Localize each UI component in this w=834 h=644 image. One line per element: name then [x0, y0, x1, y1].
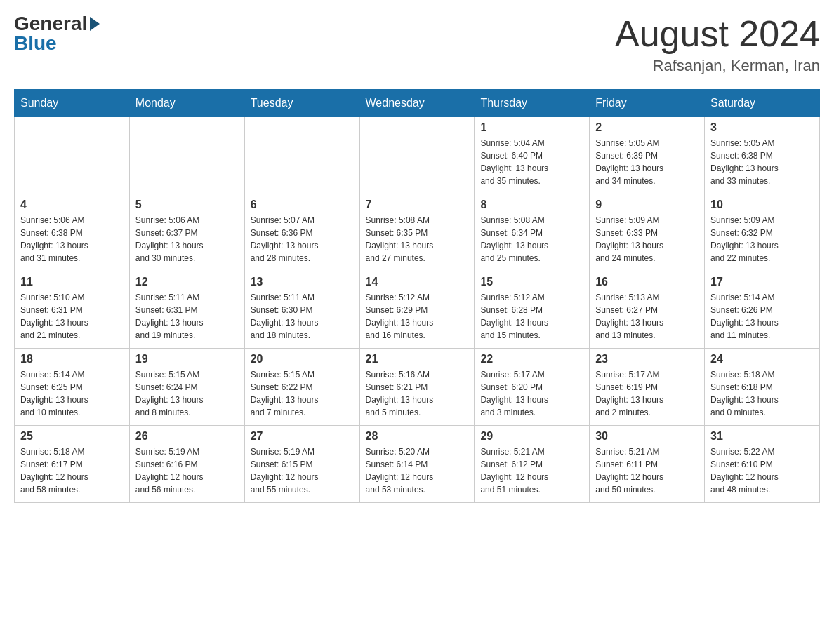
- table-row: 27Sunrise: 5:19 AM Sunset: 6:15 PM Dayli…: [244, 426, 359, 503]
- day-info: Sunrise: 5:19 AM Sunset: 6:15 PM Dayligh…: [251, 445, 354, 496]
- calendar-week-row: 11Sunrise: 5:10 AM Sunset: 6:31 PM Dayli…: [15, 271, 820, 349]
- title-block: August 2024 Rafsanjan, Kerman, Iran: [615, 14, 820, 75]
- month-title: August 2024: [615, 14, 820, 54]
- day-number: 23: [595, 353, 699, 365]
- day-number: 12: [135, 276, 239, 288]
- calendar-header-row: Sunday Monday Tuesday Wednesday Thursday…: [15, 90, 820, 117]
- day-info: Sunrise: 5:18 AM Sunset: 6:17 PM Dayligh…: [20, 445, 124, 496]
- day-number: 5: [135, 199, 239, 211]
- table-row: 29Sunrise: 5:21 AM Sunset: 6:12 PM Dayli…: [475, 426, 590, 503]
- page-header: General Blue August 2024 Rafsanjan, Kerm…: [14, 14, 820, 75]
- day-info: Sunrise: 5:22 AM Sunset: 6:10 PM Dayligh…: [710, 445, 814, 496]
- table-row: 9Sunrise: 5:09 AM Sunset: 6:33 PM Daylig…: [590, 194, 705, 271]
- table-row: 24Sunrise: 5:18 AM Sunset: 6:18 PM Dayli…: [705, 349, 820, 426]
- table-row: 1Sunrise: 5:04 AM Sunset: 6:40 PM Daylig…: [475, 117, 590, 194]
- calendar-table: Sunday Monday Tuesday Wednesday Thursday…: [14, 89, 820, 503]
- location-subtitle: Rafsanjan, Kerman, Iran: [615, 57, 820, 75]
- day-info: Sunrise: 5:15 AM Sunset: 6:22 PM Dayligh…: [251, 368, 354, 419]
- day-info: Sunrise: 5:09 AM Sunset: 6:32 PM Dayligh…: [710, 214, 814, 264]
- day-info: Sunrise: 5:19 AM Sunset: 6:16 PM Dayligh…: [135, 445, 239, 496]
- day-info: Sunrise: 5:08 AM Sunset: 6:34 PM Dayligh…: [480, 214, 583, 264]
- day-number: 2: [595, 121, 699, 134]
- col-friday: Friday: [590, 90, 705, 117]
- day-info: Sunrise: 5:14 AM Sunset: 6:25 PM Dayligh…: [20, 368, 124, 419]
- day-info: Sunrise: 5:17 AM Sunset: 6:19 PM Dayligh…: [595, 368, 699, 419]
- table-row: 7Sunrise: 5:08 AM Sunset: 6:35 PM Daylig…: [359, 194, 475, 271]
- day-number: 25: [20, 430, 124, 443]
- table-row: 3Sunrise: 5:05 AM Sunset: 6:38 PM Daylig…: [705, 117, 820, 194]
- day-number: 30: [595, 430, 699, 443]
- table-row: [244, 117, 359, 194]
- table-row: 30Sunrise: 5:21 AM Sunset: 6:11 PM Dayli…: [590, 426, 705, 503]
- table-row: 22Sunrise: 5:17 AM Sunset: 6:20 PM Dayli…: [475, 349, 590, 426]
- day-number: 27: [251, 430, 354, 443]
- day-info: Sunrise: 5:20 AM Sunset: 6:14 PM Dayligh…: [366, 445, 469, 496]
- col-thursday: Thursday: [475, 90, 590, 117]
- day-info: Sunrise: 5:05 AM Sunset: 6:38 PM Dayligh…: [710, 137, 814, 187]
- day-number: 21: [366, 353, 469, 365]
- day-number: 18: [20, 353, 124, 365]
- table-row: 12Sunrise: 5:11 AM Sunset: 6:31 PM Dayli…: [129, 271, 244, 349]
- table-row: 19Sunrise: 5:15 AM Sunset: 6:24 PM Dayli…: [129, 349, 244, 426]
- day-info: Sunrise: 5:21 AM Sunset: 6:11 PM Dayligh…: [595, 445, 699, 496]
- table-row: 18Sunrise: 5:14 AM Sunset: 6:25 PM Dayli…: [15, 349, 130, 426]
- day-number: 26: [135, 430, 239, 443]
- day-number: 24: [710, 353, 814, 365]
- table-row: 14Sunrise: 5:12 AM Sunset: 6:29 PM Dayli…: [359, 271, 475, 349]
- day-number: 3: [710, 121, 814, 134]
- day-info: Sunrise: 5:12 AM Sunset: 6:28 PM Dayligh…: [480, 291, 583, 342]
- table-row: 2Sunrise: 5:05 AM Sunset: 6:39 PM Daylig…: [590, 117, 705, 194]
- table-row: 20Sunrise: 5:15 AM Sunset: 6:22 PM Dayli…: [244, 349, 359, 426]
- day-number: 6: [251, 199, 354, 211]
- table-row: 4Sunrise: 5:06 AM Sunset: 6:38 PM Daylig…: [15, 194, 130, 271]
- day-info: Sunrise: 5:08 AM Sunset: 6:35 PM Dayligh…: [366, 214, 469, 264]
- day-info: Sunrise: 5:13 AM Sunset: 6:27 PM Dayligh…: [595, 291, 699, 342]
- table-row: [15, 117, 130, 194]
- col-tuesday: Tuesday: [244, 90, 359, 117]
- col-saturday: Saturday: [705, 90, 820, 117]
- table-row: 10Sunrise: 5:09 AM Sunset: 6:32 PM Dayli…: [705, 194, 820, 271]
- day-info: Sunrise: 5:21 AM Sunset: 6:12 PM Dayligh…: [480, 445, 583, 496]
- day-number: 31: [710, 430, 814, 443]
- day-info: Sunrise: 5:04 AM Sunset: 6:40 PM Dayligh…: [480, 137, 583, 187]
- day-number: 29: [480, 430, 583, 443]
- table-row: 26Sunrise: 5:19 AM Sunset: 6:16 PM Dayli…: [129, 426, 244, 503]
- calendar-week-row: 4Sunrise: 5:06 AM Sunset: 6:38 PM Daylig…: [15, 194, 820, 271]
- day-info: Sunrise: 5:16 AM Sunset: 6:21 PM Dayligh…: [366, 368, 469, 419]
- logo: General Blue: [14, 14, 101, 53]
- day-number: 14: [366, 276, 469, 288]
- day-number: 16: [595, 276, 699, 288]
- logo-blue-text: Blue: [14, 34, 57, 53]
- day-info: Sunrise: 5:15 AM Sunset: 6:24 PM Dayligh…: [135, 368, 239, 419]
- logo-triangle-icon: [90, 17, 100, 31]
- day-number: 13: [251, 276, 354, 288]
- table-row: 31Sunrise: 5:22 AM Sunset: 6:10 PM Dayli…: [705, 426, 820, 503]
- calendar-week-row: 25Sunrise: 5:18 AM Sunset: 6:17 PM Dayli…: [15, 426, 820, 503]
- table-row: 6Sunrise: 5:07 AM Sunset: 6:36 PM Daylig…: [244, 194, 359, 271]
- calendar-week-row: 18Sunrise: 5:14 AM Sunset: 6:25 PM Dayli…: [15, 349, 820, 426]
- day-info: Sunrise: 5:18 AM Sunset: 6:18 PM Dayligh…: [710, 368, 814, 419]
- logo-general-text: General: [14, 14, 87, 34]
- table-row: 23Sunrise: 5:17 AM Sunset: 6:19 PM Dayli…: [590, 349, 705, 426]
- table-row: [129, 117, 244, 194]
- day-number: 8: [480, 199, 583, 211]
- day-number: 9: [595, 199, 699, 211]
- day-info: Sunrise: 5:07 AM Sunset: 6:36 PM Dayligh…: [251, 214, 354, 264]
- table-row: 13Sunrise: 5:11 AM Sunset: 6:30 PM Dayli…: [244, 271, 359, 349]
- day-info: Sunrise: 5:06 AM Sunset: 6:38 PM Dayligh…: [20, 214, 124, 264]
- col-monday: Monday: [129, 90, 244, 117]
- col-sunday: Sunday: [15, 90, 130, 117]
- day-number: 19: [135, 353, 239, 365]
- day-number: 7: [366, 199, 469, 211]
- table-row: 21Sunrise: 5:16 AM Sunset: 6:21 PM Dayli…: [359, 349, 475, 426]
- table-row: 28Sunrise: 5:20 AM Sunset: 6:14 PM Dayli…: [359, 426, 475, 503]
- day-number: 22: [480, 353, 583, 365]
- table-row: 5Sunrise: 5:06 AM Sunset: 6:37 PM Daylig…: [129, 194, 244, 271]
- day-info: Sunrise: 5:10 AM Sunset: 6:31 PM Dayligh…: [20, 291, 124, 342]
- table-row: [359, 117, 475, 194]
- day-number: 1: [480, 121, 583, 134]
- day-number: 11: [20, 276, 124, 288]
- day-number: 28: [366, 430, 469, 443]
- table-row: 15Sunrise: 5:12 AM Sunset: 6:28 PM Dayli…: [475, 271, 590, 349]
- table-row: 16Sunrise: 5:13 AM Sunset: 6:27 PM Dayli…: [590, 271, 705, 349]
